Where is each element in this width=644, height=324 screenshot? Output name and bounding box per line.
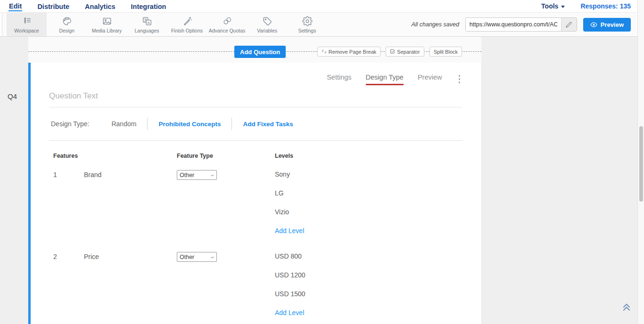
feature-type-select[interactable]: Other	[177, 252, 217, 262]
prohibited-concepts-link[interactable]: Prohibited Concepts	[158, 121, 221, 128]
more-options-kebab-icon[interactable]	[456, 73, 463, 85]
features-table: Features Feature Type Levels 1 Brand Oth…	[49, 153, 462, 317]
levels-list: USD 800 USD 1200 USD 1500 Add Level	[275, 252, 462, 317]
toolbar-item-label: Workspace	[14, 28, 39, 33]
toolbar-variables-button[interactable]: Variables	[247, 13, 287, 36]
scroll-to-top-button[interactable]	[621, 301, 632, 312]
gear-icon	[302, 16, 313, 26]
tag-icon	[262, 16, 272, 26]
feature-row: 1 Brand Other Sony LG Vizio Add Level	[53, 170, 462, 235]
feature-name[interactable]: Price	[84, 252, 177, 317]
toolbar-item-label: Finish Options	[171, 28, 203, 33]
add-level-link[interactable]: Add Level	[275, 227, 462, 235]
feature-type-select-wrap: Other	[177, 170, 217, 180]
vertical-scrollbar	[637, 0, 644, 324]
survey-canvas: Add Question Remove Page Break Separator…	[28, 37, 481, 324]
toolbar-design-button[interactable]: Design	[47, 13, 87, 36]
toolbar-item-label: Settings	[298, 28, 316, 33]
toolbar-finish-options-button[interactable]: Finish Options	[167, 13, 207, 36]
toolbar-item-label: Languages	[135, 28, 159, 33]
split-block-label: Split Block	[434, 49, 458, 55]
toolbar-item-label: Variables	[257, 28, 277, 33]
split-block-button[interactable]: Split Block	[429, 47, 462, 57]
question-number-label: Q4	[8, 92, 17, 100]
nav-tab-distribute[interactable]: Distribute	[37, 2, 70, 11]
toolbar-settings-button[interactable]: Settings	[287, 13, 327, 36]
tab-settings[interactable]: Settings	[327, 73, 351, 84]
save-status: All changes saved	[411, 21, 459, 28]
feature-row: 2 Price Other USD 800 USD 1200 USD 1500 …	[53, 252, 462, 317]
feature-number: 2	[53, 252, 84, 317]
design-type-value[interactable]: Random	[111, 120, 136, 128]
add-fixed-tasks-link[interactable]: Add Fixed Tasks	[243, 121, 293, 128]
scrollbar-thumb[interactable]	[639, 126, 643, 202]
feature-type-select-wrap: Other	[177, 252, 217, 262]
pencil-icon	[566, 22, 572, 28]
remove-page-break-button[interactable]: Remove Page Break	[317, 47, 381, 57]
feature-name[interactable]: Brand	[84, 170, 177, 235]
double-chevron-up-icon	[621, 301, 632, 312]
tab-design-type[interactable]: Design Type	[366, 73, 404, 85]
level-item[interactable]: USD 1200	[275, 271, 462, 279]
question-text-input[interactable]: Question Text	[49, 91, 462, 107]
add-question-button[interactable]: Add Question	[234, 46, 286, 58]
svg-text:A: A	[147, 20, 150, 24]
feature-number: 1	[53, 170, 84, 235]
eye-icon	[590, 21, 597, 28]
edit-url-button[interactable]	[561, 18, 577, 31]
divider	[147, 118, 148, 130]
nav-tab-analytics[interactable]: Analytics	[84, 2, 116, 11]
separator-button[interactable]: Separator	[386, 47, 424, 57]
tools-label: Tools	[541, 2, 558, 10]
remove-page-break-label: Remove Page Break	[329, 49, 377, 55]
image-icon	[102, 16, 112, 26]
design-type-label: Design Type:	[51, 120, 89, 128]
levels-column-header: Levels	[275, 153, 462, 159]
feature-type-select[interactable]: Other	[177, 170, 217, 180]
feature-type-column-header: Feature Type	[177, 153, 275, 159]
survey-url-input[interactable]	[466, 18, 561, 31]
checkbox-checked-icon	[390, 49, 395, 54]
toolbar-workspace-button[interactable]: Workspace	[7, 13, 47, 36]
toolbar-item-label: Advance Quotas	[209, 28, 246, 33]
tab-preview[interactable]: Preview	[418, 73, 442, 84]
toolbar-media-library-button[interactable]: Media Library	[87, 13, 127, 36]
nav-tab-integration[interactable]: Integration	[131, 2, 167, 11]
chevron-down-icon	[561, 6, 565, 8]
chain-links-icon	[222, 16, 232, 26]
level-item[interactable]: LG	[275, 189, 462, 197]
palette-icon	[62, 16, 72, 26]
translate-icon: 文 A	[142, 16, 152, 26]
survey-url-box	[465, 17, 577, 32]
toolbar-advance-quotas-button[interactable]: Advance Quotas	[207, 13, 247, 36]
toolbar-item-label: Media Library	[92, 28, 122, 33]
level-item[interactable]: USD 800	[275, 252, 462, 260]
question-card: Settings Design Type Preview Question Te…	[28, 63, 481, 324]
toolbar: Workspace Design Media Library 文 A Langu	[0, 13, 644, 37]
toolbar-item-label: Design	[59, 28, 74, 33]
features-table-header: Features Feature Type Levels	[53, 153, 462, 159]
levels-list: Sony LG Vizio Add Level	[275, 170, 462, 235]
toolbar-languages-button[interactable]: 文 A Languages	[127, 13, 167, 36]
add-level-link[interactable]: Add Level	[275, 308, 462, 317]
nav-tab-edit[interactable]: Edit	[8, 1, 22, 11]
workspace-content: Q4 Add Question Remove Page Break Separa…	[0, 37, 644, 324]
tools-dropdown[interactable]: Tools	[541, 2, 565, 10]
level-item[interactable]: USD 1500	[275, 290, 462, 298]
divider	[231, 118, 232, 130]
unlink-icon	[322, 49, 327, 54]
design-type-row: Design Type: Random Prohibited Concepts …	[49, 107, 462, 141]
features-column-header: Features	[53, 153, 177, 159]
magic-wand-icon	[182, 16, 192, 26]
preview-label: Preview	[601, 21, 624, 28]
top-nav: Edit Distribute Analytics Integration To…	[0, 0, 644, 13]
preview-button[interactable]: Preview	[583, 18, 631, 32]
separator-label: Separator	[397, 49, 420, 55]
level-item[interactable]: Vizio	[275, 208, 462, 216]
responses-count[interactable]: Responses: 135	[580, 2, 631, 10]
level-item[interactable]: Sony	[275, 170, 462, 178]
question-tabs: Settings Design Type Preview	[49, 63, 462, 85]
add-question-row: Add Question Remove Page Break Separator…	[28, 37, 481, 63]
workspace-icon	[22, 16, 32, 26]
